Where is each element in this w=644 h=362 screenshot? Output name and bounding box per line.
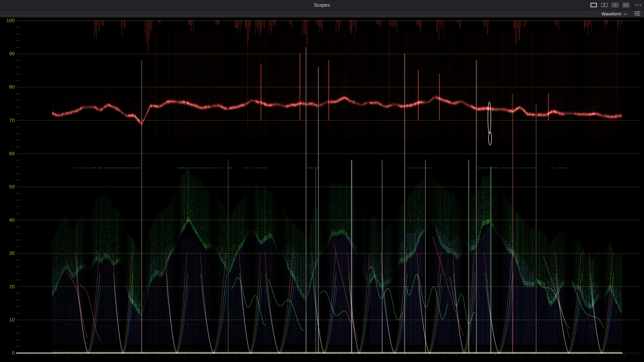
axis-label-20: 20 — [0, 284, 15, 289]
more-options-icon[interactable] — [635, 0, 642, 10]
axis-label-30: 30 — [0, 250, 15, 256]
axis-label-50: 50 — [0, 184, 15, 189]
chevron-down-icon — [623, 11, 627, 16]
axis-label-40: 40 — [0, 217, 15, 223]
axis-label-60: 60 — [0, 151, 15, 156]
axis-label-100: 100 — [0, 18, 15, 23]
axis-label-0: 0 — [0, 350, 15, 356]
axis-label-10: 10 — [0, 317, 15, 322]
scope-settings-button[interactable] — [631, 10, 644, 17]
titlebar-divider — [632, 1, 633, 9]
axis-label-70: 70 — [0, 118, 15, 123]
axis-label-90: 90 — [0, 51, 15, 56]
axis-label-80: 80 — [0, 84, 15, 89]
waveform-scope-panel: 1009080706050403020100 — [0, 17, 644, 362]
titlebar: Scopes — [0, 0, 644, 10]
scope-toolbar: Waveform — [0, 10, 644, 18]
view-layout-buttons — [590, 0, 630, 10]
scope-type-label: Waveform — [601, 11, 621, 16]
two-up-view-icon[interactable] — [600, 2, 608, 8]
four-up-view-icon[interactable] — [611, 2, 619, 8]
window-title: Scopes — [0, 2, 644, 8]
scopes-window: Scopes Waveform — [0, 0, 644, 362]
scope-type-dropdown[interactable]: Waveform — [597, 10, 630, 17]
scope-settings-sliders-icon — [634, 11, 641, 17]
grid-view-icon[interactable] — [622, 2, 630, 8]
waveform-display — [0, 17, 644, 362]
single-view-icon[interactable] — [590, 2, 598, 8]
